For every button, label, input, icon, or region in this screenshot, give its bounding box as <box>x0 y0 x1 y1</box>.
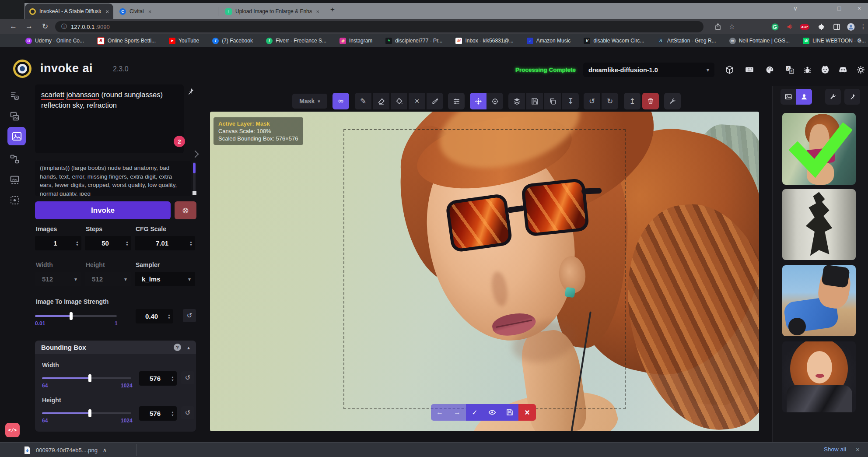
bookmark-item[interactable]: ◉Instagram <box>340 38 372 44</box>
steps-input[interactable]: 50 ▲▼ <box>85 236 131 250</box>
bbox-width-reset-button[interactable]: ↺ <box>181 371 194 384</box>
mask-options-button[interactable]: ∞ <box>332 93 349 109</box>
bookmark-item[interactable]: WLINE WEBTOON - G... <box>803 38 866 44</box>
clear-mask-button[interactable]: × <box>409 93 425 109</box>
layer-select[interactable]: Mask ▾ <box>292 94 327 109</box>
slider-thumb[interactable] <box>88 409 91 417</box>
window-chevron-button[interactable]: ∨ <box>789 5 802 12</box>
reload-button[interactable]: ↻ <box>42 22 48 31</box>
prompt-input[interactable]: scarlett johansson (round sunglasses) re… <box>35 84 184 153</box>
negative-prompt-scrollbar[interactable] <box>193 162 196 194</box>
bookmark-item[interactable]: BOnline Sports Betti... <box>97 37 156 45</box>
discord-icon[interactable] <box>837 63 849 76</box>
help-icon[interactable]: ? <box>174 344 181 351</box>
brush-tool-button[interactable]: ✎ <box>355 93 371 109</box>
invoke-button[interactable]: Invoke <box>35 201 171 219</box>
stepper-down-icon[interactable]: ▼ <box>76 243 79 246</box>
undo-button[interactable]: ↺ <box>584 93 600 109</box>
report-bug-icon[interactable] <box>801 63 813 76</box>
staging-toggle-visibility-button[interactable] <box>483 404 501 421</box>
strength-input[interactable]: 0.40 ▲▼ <box>136 309 173 323</box>
tab-close-icon[interactable]: × <box>316 8 319 15</box>
merge-layers-button[interactable] <box>508 93 525 109</box>
steps-stepper[interactable]: ▲▼ <box>126 240 129 246</box>
download-menu-chevron-icon[interactable]: ∧ <box>103 447 107 453</box>
theme-palette-icon[interactable] <box>763 63 776 76</box>
bbox-width-stepper[interactable]: ▲▼ <box>171 376 174 382</box>
tab-text-to-image[interactable] <box>6 88 23 104</box>
bookmark-item[interactable]: f(7) Facebook <box>212 38 253 44</box>
staging-previous-button[interactable]: ← <box>431 404 448 421</box>
bbox-width-input[interactable]: 576 ▲▼ <box>139 371 177 386</box>
window-restore-button[interactable]: □ <box>833 5 846 12</box>
bookmark-item[interactable]: ♪Amazon Music <box>527 38 571 44</box>
width-select[interactable]: 512 ▾ <box>35 272 81 286</box>
bbox-height-stepper[interactable]: ▲▼ <box>171 411 174 417</box>
side-panel-icon[interactable] <box>833 23 840 31</box>
show-all-link[interactable]: Show all <box>824 446 846 453</box>
tab-nodes[interactable] <box>6 151 23 167</box>
gallery-images-toggle[interactable] <box>780 89 796 105</box>
stepper-up-icon[interactable]: ▲ <box>171 411 174 414</box>
bookmark-star-icon[interactable]: ☆ <box>728 23 736 31</box>
bbox-height-slider[interactable] <box>42 412 131 414</box>
images-stepper[interactable]: ▲▼ <box>76 240 79 246</box>
staging-discard-button[interactable]: × <box>518 404 536 421</box>
fill-bucket-button[interactable] <box>391 93 407 109</box>
tab-image-to-image[interactable] <box>6 108 23 124</box>
stepper-up-icon[interactable]: ▲ <box>171 376 174 379</box>
strength-stepper[interactable]: ▲▼ <box>168 313 171 320</box>
downloads-close-icon[interactable]: × <box>856 446 860 453</box>
site-info-icon[interactable]: ⓘ <box>61 23 67 31</box>
bookmark-item[interactable]: AArtStation - Greg R... <box>658 38 716 44</box>
stepper-up-icon[interactable]: ▲ <box>126 240 129 243</box>
bookmarks-overflow-icon[interactable]: » <box>858 36 861 43</box>
gallery-thumbnail[interactable] <box>782 265 856 336</box>
bookmark-item[interactable]: ∞Neil Fontaine | CGS... <box>729 38 790 44</box>
staging-next-button[interactable]: → <box>448 404 466 421</box>
tab-postprocessing[interactable] <box>6 172 23 188</box>
tab-invokeai[interactable]: InvokeAI - A Stable Diffusion Too × <box>25 4 113 19</box>
height-select[interactable]: 512 ▾ <box>85 272 131 286</box>
scrollbar-thumb[interactable] <box>193 163 196 173</box>
upload-image-button[interactable]: ↥ <box>624 93 640 109</box>
copy-to-clipboard-button[interactable] <box>544 93 561 109</box>
bookmark-item[interactable]: UUdemy - Online Co... <box>25 38 84 44</box>
slider-thumb[interactable] <box>70 312 73 320</box>
bookmark-item[interactable]: MInbox - klk56831@... <box>455 38 513 44</box>
cfg-stepper[interactable]: ▲▼ <box>189 240 192 246</box>
stepper-down-icon[interactable]: ▼ <box>168 316 171 320</box>
stepper-up-icon[interactable]: ▲ <box>76 240 79 243</box>
stepper-down-icon[interactable]: ▼ <box>171 379 174 382</box>
negative-prompt-resize-handle[interactable] <box>192 191 196 195</box>
bookmark-item[interactable]: ▶YouTube <box>169 38 199 44</box>
console-toggle-button[interactable]: </> <box>5 423 20 437</box>
download-image-button[interactable]: ↧ <box>562 93 579 109</box>
language-translate-icon[interactable]: Az <box>784 63 796 76</box>
redo-button[interactable]: ↻ <box>602 93 618 109</box>
bookmark-item[interactable]: fFiverr - Freelance S... <box>266 38 326 44</box>
bookmark-item[interactable]: Vdisable Wacom Circ... <box>584 38 644 44</box>
sampler-select[interactable]: k_lms ▾ <box>135 272 195 286</box>
bbox-height-reset-button[interactable]: ↺ <box>181 406 194 419</box>
new-tab-button[interactable]: + <box>330 5 335 14</box>
slider-thumb[interactable] <box>88 374 91 382</box>
bookmark-item[interactable]: ϟdisciplenei777 - Pr... <box>385 38 442 44</box>
images-input[interactable]: 1 ▲▼ <box>35 236 81 250</box>
stepper-down-icon[interactable]: ▼ <box>171 414 174 417</box>
collapse-chevron-icon[interactable]: ▴ <box>187 345 190 351</box>
move-tool-button[interactable] <box>470 93 486 109</box>
window-minimize-button[interactable]: – <box>812 5 825 12</box>
reset-view-button[interactable] <box>486 93 503 109</box>
brush-options-button[interactable] <box>448 93 465 109</box>
staging-save-button[interactable] <box>501 404 518 421</box>
tab-training[interactable] <box>6 192 23 208</box>
gallery-thumbnail[interactable] <box>782 189 856 260</box>
negative-prompt-input[interactable]: ((implants)) (large boobs) nude bad anat… <box>35 161 191 196</box>
staging-accept-button[interactable]: ✓ <box>466 404 483 421</box>
forward-button[interactable]: → <box>25 22 33 31</box>
extensions-puzzle-icon[interactable] <box>817 23 825 31</box>
tab-upscaler[interactable]: ↑ Upload Image to Enlarge & Enha × <box>221 4 324 19</box>
canvas-settings-wrench-button[interactable] <box>664 93 681 109</box>
stepper-up-icon[interactable]: ▲ <box>189 240 192 243</box>
